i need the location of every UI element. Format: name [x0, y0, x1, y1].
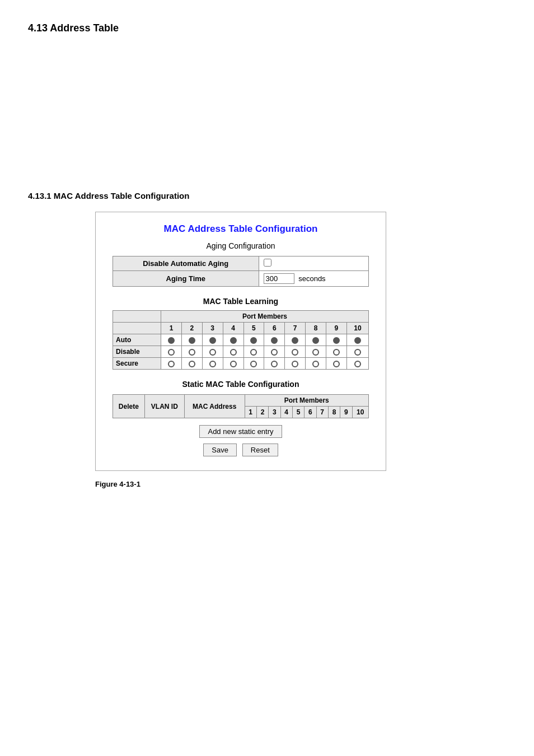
radio-secure-2[interactable] [189, 361, 195, 367]
port-col-4: 4 [223, 323, 243, 334]
port-col-9: 9 [326, 323, 346, 334]
radio-auto-5[interactable] [250, 337, 257, 344]
static-port-6: 6 [305, 407, 316, 418]
port-members-header: Port Members [161, 311, 369, 323]
static-port-members-header: Port Members [245, 395, 368, 407]
radio-auto-4[interactable] [230, 337, 237, 344]
radio-disable-3[interactable] [209, 349, 216, 356]
disable-port-5[interactable] [243, 346, 264, 358]
secure-port-5[interactable] [243, 358, 264, 370]
auto-port-8[interactable] [306, 334, 326, 346]
disable-port-1[interactable] [161, 346, 182, 358]
static-port-1: 1 [245, 407, 256, 418]
action-buttons-row: Save Reset [113, 444, 369, 456]
radio-secure-10[interactable] [354, 361, 361, 367]
port-col-6: 6 [264, 323, 285, 334]
learning-empty-header [113, 311, 161, 323]
subsection-title: 4.13.1 MAC Address Table Configuration [28, 191, 506, 200]
port-col-5: 5 [243, 323, 264, 334]
secure-port-1[interactable] [161, 358, 182, 370]
radio-disable-2[interactable] [189, 349, 195, 356]
radio-auto-7[interactable] [292, 337, 298, 344]
radio-auto-6[interactable] [271, 337, 278, 344]
aging-config-header: Aging Configuration [113, 241, 369, 250]
aging-time-input[interactable] [264, 273, 294, 284]
radio-disable-6[interactable] [271, 349, 278, 356]
radio-secure-7[interactable] [292, 361, 298, 367]
disable-port-10[interactable] [346, 346, 368, 358]
radio-secure-6[interactable] [271, 361, 278, 367]
disable-port-9[interactable] [326, 346, 346, 358]
disable-port-8[interactable] [306, 346, 326, 358]
disable-port-6[interactable] [264, 346, 285, 358]
radio-disable-10[interactable] [354, 349, 361, 356]
auto-label: Auto [113, 334, 161, 346]
add-new-static-entry-button[interactable]: Add new static entry [199, 425, 282, 438]
port-col-8: 8 [306, 323, 326, 334]
auto-port-9[interactable] [326, 334, 346, 346]
radio-disable-4[interactable] [230, 349, 237, 356]
port-col-3: 3 [202, 323, 223, 334]
radio-secure-4[interactable] [230, 361, 237, 367]
radio-auto-9[interactable] [333, 337, 340, 344]
static-port-4: 4 [280, 407, 292, 418]
mac-address-table-config-card: MAC Address Table Configuration Aging Co… [95, 212, 386, 471]
auto-port-7[interactable] [285, 334, 306, 346]
figure-caption: Figure 4-13-1 [95, 480, 506, 488]
static-port-8: 8 [328, 407, 340, 418]
radio-secure-8[interactable] [312, 361, 319, 367]
auto-port-6[interactable] [264, 334, 285, 346]
mac-learning-header: MAC Table Learning [113, 297, 369, 306]
secure-port-8[interactable] [306, 358, 326, 370]
radio-auto-10[interactable] [354, 337, 361, 344]
disable-aging-checkbox-cell [259, 256, 368, 271]
auto-port-2[interactable] [181, 334, 202, 346]
disable-port-2[interactable] [181, 346, 202, 358]
disable-port-3[interactable] [202, 346, 223, 358]
radio-disable-1[interactable] [168, 349, 175, 356]
static-port-9: 9 [340, 407, 352, 418]
radio-secure-3[interactable] [209, 361, 216, 367]
disable-port-4[interactable] [223, 346, 243, 358]
radio-secure-1[interactable] [168, 361, 175, 367]
secure-port-4[interactable] [223, 358, 243, 370]
static-port-3: 3 [269, 407, 280, 418]
static-col-mac: MAC Address [184, 395, 245, 418]
radio-disable-9[interactable] [333, 349, 340, 356]
secure-port-6[interactable] [264, 358, 285, 370]
auto-port-3[interactable] [202, 334, 223, 346]
mac-learning-table: Port Members 1 2 3 4 5 6 7 8 9 10 Auto [113, 310, 369, 370]
radio-disable-5[interactable] [250, 349, 257, 356]
aging-time-value-cell: seconds [259, 271, 368, 287]
secure-port-10[interactable] [346, 358, 368, 370]
radio-auto-2[interactable] [189, 337, 195, 344]
radio-auto-3[interactable] [209, 337, 216, 344]
radio-auto-1[interactable] [168, 337, 175, 344]
auto-port-10[interactable] [346, 334, 368, 346]
static-mac-title: Static MAC Table Configuration [113, 380, 369, 389]
auto-port-4[interactable] [223, 334, 243, 346]
radio-secure-5[interactable] [250, 361, 257, 367]
radio-auto-8[interactable] [312, 337, 319, 344]
radio-disable-8[interactable] [312, 349, 319, 356]
radio-disable-7[interactable] [292, 349, 298, 356]
auto-port-1[interactable] [161, 334, 182, 346]
port-col-10: 10 [346, 323, 368, 334]
secure-port-9[interactable] [326, 358, 346, 370]
radio-secure-9[interactable] [333, 361, 340, 367]
save-button[interactable]: Save [203, 444, 237, 456]
auto-port-5[interactable] [243, 334, 264, 346]
static-port-10: 10 [352, 407, 369, 418]
static-mac-table: Delete VLAN ID MAC Address Port Members … [113, 394, 369, 418]
disable-port-7[interactable] [285, 346, 306, 358]
secure-port-2[interactable] [181, 358, 202, 370]
secure-row: Secure [113, 358, 369, 370]
disable-label: Disable [113, 346, 161, 358]
aging-config-table: Disable Automatic Aging Aging Time secon… [113, 256, 369, 287]
secure-port-3[interactable] [202, 358, 223, 370]
reset-button[interactable]: Reset [242, 444, 278, 456]
disable-aging-checkbox[interactable] [264, 259, 271, 267]
secure-port-7[interactable] [285, 358, 306, 370]
static-port-7: 7 [316, 407, 328, 418]
section-title: 4.13 Address Table [28, 22, 506, 34]
